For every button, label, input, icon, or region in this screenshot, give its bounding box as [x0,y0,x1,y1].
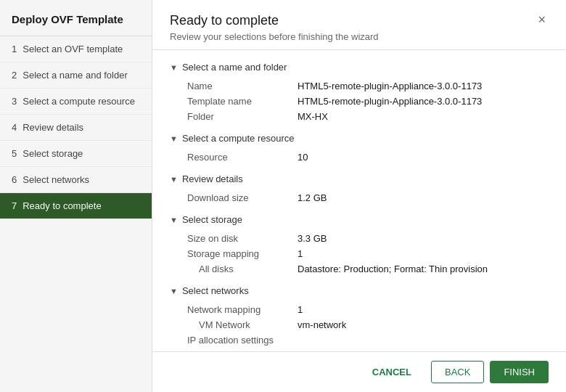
vm-network-label: VM Network [181,319,298,330]
step-num-6: 6 [12,174,17,185]
size-on-disk-value: 3.3 GB [298,233,327,244]
name-value: HTML5-remote-plugin-Appliance-3.0.0-1173 [298,81,482,91]
storage-mapping-value: 1 [298,248,303,259]
network-mapping-label: Network mapping [181,304,298,315]
table-row: VM Network vm-network [181,317,549,332]
chevron-down-icon: ▼ [170,287,178,295]
storage-rows: Size on disk 3.3 GB Storage mapping 1 Al… [170,231,549,277]
all-disks-label: All disks [181,264,298,274]
deploy-ovf-dialog: Deploy OVF Template 1 Select an OVF temp… [0,0,566,392]
content-body: ▼ Select a name and folder Name HTML5-re… [152,50,566,351]
table-row: Size on disk 3.3 GB [181,231,549,246]
vm-network-value: vm-network [298,319,346,330]
table-row: Folder MX-HX [181,109,549,124]
ip-allocation-settings-label: IP allocation settings [181,335,298,346]
step-num-3: 3 [12,96,17,107]
step-num-2: 2 [12,70,17,81]
page-subtitle: Review your selections before finishing … [170,31,379,42]
name-folder-rows: Name HTML5-remote-plugin-Appliance-3.0.0… [170,78,549,124]
review-rows: Download size 1.2 GB [170,190,549,205]
networks-rows: Network mapping 1 VM Network vm-network … [170,302,549,351]
section-review-header: ▼ Review details [170,173,549,184]
storage-mapping-label: Storage mapping [181,248,298,259]
section-name-folder-header: ▼ Select a name and folder [170,62,549,73]
sidebar-item-label-4: Review details [22,122,83,133]
section-storage: ▼ Select storage Size on disk 3.3 GB Sto… [170,214,549,277]
page-title: Ready to complete [170,13,379,28]
sidebar-item-3[interactable]: 3 Select a compute resource [0,89,152,115]
dialog-footer: CANCEL BACK FINISH [152,351,566,392]
step-num-7: 7 [12,200,17,211]
main-content: Ready to complete Review your selections… [152,0,566,392]
table-row: Download size 1.2 GB [181,190,549,205]
sidebar-title: Deploy OVF Template [0,0,152,36]
resource-label: Resource [181,152,298,163]
chevron-down-icon: ▼ [170,63,178,72]
section-storage-header: ▼ Select storage [170,214,549,225]
section-networks: ▼ Select networks Network mapping 1 VM N… [170,285,549,351]
download-size-value: 1.2 GB [298,192,327,203]
table-row: All disks Datastore: Production; Format:… [181,261,549,277]
finish-button[interactable]: FINISH [490,361,549,383]
folder-label: Folder [181,111,298,122]
folder-value: MX-HX [298,111,328,122]
section-networks-header: ▼ Select networks [170,285,549,296]
sidebar-item-label-7: Ready to complete [22,200,101,211]
network-mapping-value: 1 [298,304,303,315]
sidebar-item-2[interactable]: 2 Select a name and folder [0,62,152,89]
table-row: Template name HTML5-remote-plugin-Applia… [181,94,549,109]
header-text: Ready to complete Review your selections… [170,13,379,42]
sidebar-item-label-2: Select a name and folder [22,70,128,81]
sidebar-item-7[interactable]: 7 Ready to complete [0,193,152,219]
size-on-disk-label: Size on disk [181,233,298,244]
sidebar-item-label-6: Select networks [22,174,89,185]
all-disks-value: Datastore: Production; Format: Thin prov… [298,264,488,274]
section-compute-resource: ▼ Select a compute resource Resource 10 [170,133,549,165]
template-name-value: HTML5-remote-plugin-Appliance-3.0.0-1173 [298,96,482,107]
table-row: Name HTML5-remote-plugin-Appliance-3.0.0… [181,78,549,94]
sidebar-item-4[interactable]: 4 Review details [0,115,152,141]
sidebar-item-label-3: Select a compute resource [22,96,135,107]
name-label: Name [181,81,298,91]
content-header: Ready to complete Review your selections… [152,0,566,50]
table-row: IP allocation settings [181,332,549,348]
download-size-label: Download size [181,192,298,203]
step-num-4: 4 [12,122,17,133]
section-review-details: ▼ Review details Download size 1.2 GB [170,173,549,205]
close-button[interactable]: × [535,13,549,26]
table-row: Resource 10 [181,150,549,165]
step-num-1: 1 [12,44,17,54]
back-button[interactable]: BACK [431,361,484,383]
sidebar-item-label-1: Select an OVF template [22,44,123,54]
cancel-button[interactable]: CANCEL [358,361,425,383]
step-num-5: 5 [12,148,17,159]
chevron-down-icon: ▼ [170,216,178,224]
table-row: Network mapping 1 [181,302,549,317]
sidebar-item-5[interactable]: 5 Select storage [0,141,152,167]
resource-value: 10 [298,152,308,163]
table-row: Storage mapping 1 [181,246,549,261]
template-name-label: Template name [181,96,298,107]
wizard-sidebar: Deploy OVF Template 1 Select an OVF temp… [0,0,152,392]
section-name-folder: ▼ Select a name and folder Name HTML5-re… [170,62,549,124]
sidebar-item-1[interactable]: 1 Select an OVF template [0,36,152,62]
sidebar-item-label-5: Select storage [22,148,83,159]
chevron-down-icon: ▼ [170,175,178,184]
sidebar-item-6[interactable]: 6 Select networks [0,167,152,193]
section-compute-header: ▼ Select a compute resource [170,133,549,144]
chevron-down-icon: ▼ [170,134,178,143]
compute-rows: Resource 10 [170,150,549,165]
